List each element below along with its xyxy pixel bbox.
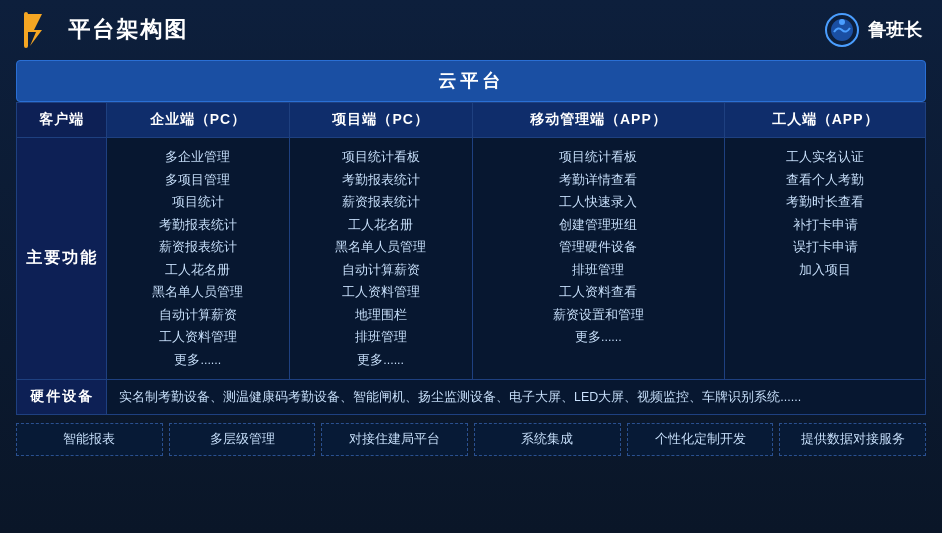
bottom-item-4: 系统集成 (474, 423, 621, 456)
project-feature-4: 工人花名册 (296, 214, 466, 237)
project-pc-features: 项目统计看板 考勤报表统计 薪资报表统计 工人花名册 黑名单人员管理 自动计算薪… (289, 138, 472, 380)
project-feature-8: 地理围栏 (296, 304, 466, 327)
logo-icon (20, 12, 56, 48)
mobile-app-features: 项目统计看板 考勤详情查看 工人快速录入 创建管理班组 管理硬件设备 排班管理 … (472, 138, 725, 380)
bottom-item-3: 对接住建局平台 (321, 423, 468, 456)
enterprise-feature-2: 多项目管理 (113, 169, 283, 192)
mobile-feature-8: 薪资设置和管理 (479, 304, 719, 327)
col-header-project-pc: 项目端（PC） (289, 103, 472, 138)
brand-name: 鲁班长 (868, 18, 922, 42)
project-feature-9: 排班管理 (296, 326, 466, 349)
worker-feature-6: 加入项目 (731, 259, 919, 282)
mobile-feature-9: 更多...... (479, 326, 719, 349)
project-feature-1: 项目统计看板 (296, 146, 466, 169)
mobile-feature-5: 管理硬件设备 (479, 236, 719, 259)
main-function-label: 主要功能 (17, 138, 107, 380)
brand-logo: 鲁班长 (824, 12, 922, 48)
enterprise-feature-4: 考勤报表统计 (113, 214, 283, 237)
mobile-feature-6: 排班管理 (479, 259, 719, 282)
enterprise-feature-1: 多企业管理 (113, 146, 283, 169)
header-left: 平台架构图 (20, 12, 188, 48)
hardware-content: 实名制考勤设备、测温健康码考勤设备、智能闸机、扬尘监测设备、电子大屏、LED大屏… (107, 380, 926, 415)
worker-feature-5: 误打卡申请 (731, 236, 919, 259)
bottom-item-5: 个性化定制开发 (627, 423, 774, 456)
worker-feature-1: 工人实名认证 (731, 146, 919, 169)
hardware-row: 硬件设备 实名制考勤设备、测温健康码考勤设备、智能闸机、扬尘监测设备、电子大屏、… (17, 380, 926, 415)
main-container: 平台架构图 鲁班长 云平台 客户端 企业端（PC） 项目端（PC） (0, 0, 942, 533)
bottom-item-2: 多层级管理 (169, 423, 316, 456)
header-title: 平台架构图 (68, 15, 188, 45)
project-feature-2: 考勤报表统计 (296, 169, 466, 192)
project-feature-6: 自动计算薪资 (296, 259, 466, 282)
mobile-feature-1: 项目统计看板 (479, 146, 719, 169)
enterprise-features: 多企业管理 多项目管理 项目统计 考勤报表统计 薪资报表统计 工人花名册 黑名单… (107, 138, 290, 380)
hardware-label: 硬件设备 (17, 380, 107, 415)
enterprise-feature-9: 工人资料管理 (113, 326, 283, 349)
features-row: 主要功能 多企业管理 多项目管理 项目统计 考勤报表统计 薪资报表统计 工人花名… (17, 138, 926, 380)
worker-app-features: 工人实名认证 查看个人考勤 考勤时长查看 补打卡申请 误打卡申请 加入项目 (725, 138, 926, 380)
enterprise-feature-8: 自动计算薪资 (113, 304, 283, 327)
enterprise-feature-10: 更多...... (113, 349, 283, 372)
col-header-client: 客户端 (17, 103, 107, 138)
platform-table: 客户端 企业端（PC） 项目端（PC） 移动管理端（APP） 工人端（APP） … (16, 102, 926, 415)
worker-feature-2: 查看个人考勤 (731, 169, 919, 192)
col-header-mobile-app: 移动管理端（APP） (472, 103, 725, 138)
worker-feature-3: 考勤时长查看 (731, 191, 919, 214)
bottom-item-1: 智能报表 (16, 423, 163, 456)
project-feature-10: 更多...... (296, 349, 466, 372)
enterprise-feature-3: 项目统计 (113, 191, 283, 214)
worker-feature-4: 补打卡申请 (731, 214, 919, 237)
project-feature-3: 薪资报表统计 (296, 191, 466, 214)
mobile-feature-4: 创建管理班组 (479, 214, 719, 237)
svg-marker-0 (28, 14, 42, 46)
project-feature-5: 黑名单人员管理 (296, 236, 466, 259)
enterprise-feature-7: 黑名单人员管理 (113, 281, 283, 304)
mobile-feature-2: 考勤详情查看 (479, 169, 719, 192)
brand-icon (824, 12, 860, 48)
enterprise-feature-5: 薪资报表统计 (113, 236, 283, 259)
enterprise-feature-6: 工人花名册 (113, 259, 283, 282)
svg-point-4 (839, 19, 845, 25)
bottom-row: 智能报表 多层级管理 对接住建局平台 系统集成 个性化定制开发 提供数据对接服务 (16, 423, 926, 456)
col-header-enterprise: 企业端（PC） (107, 103, 290, 138)
mobile-feature-7: 工人资料查看 (479, 281, 719, 304)
mobile-feature-3: 工人快速录入 (479, 191, 719, 214)
project-feature-7: 工人资料管理 (296, 281, 466, 304)
cloud-platform-header: 云平台 (16, 60, 926, 102)
header: 平台架构图 鲁班长 (0, 0, 942, 60)
bottom-item-6: 提供数据对接服务 (779, 423, 926, 456)
svg-rect-1 (24, 12, 28, 48)
col-header-worker-app: 工人端（APP） (725, 103, 926, 138)
main-content: 云平台 客户端 企业端（PC） 项目端（PC） 移动管理端（APP） 工人端（A… (0, 60, 942, 466)
